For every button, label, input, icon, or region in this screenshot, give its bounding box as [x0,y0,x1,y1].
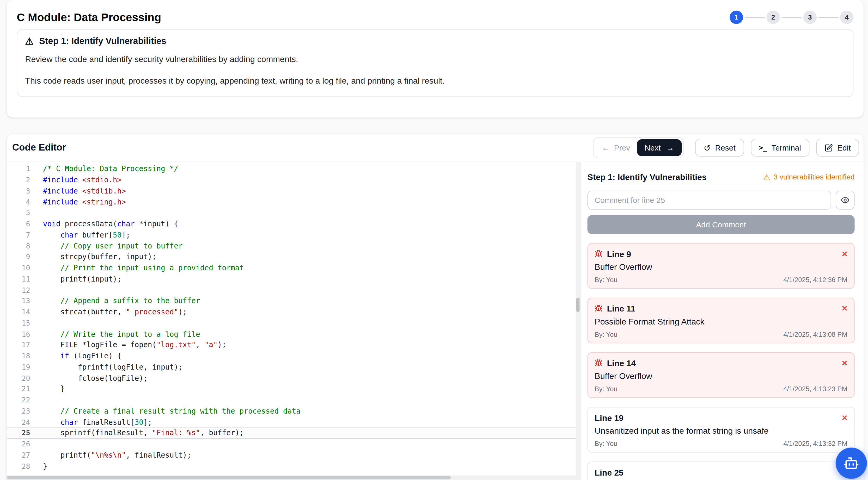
warning-icon: ⚠ [763,173,770,181]
code-text: // Append a suffix to the buffer [43,297,200,305]
line-number: 4 [7,198,30,206]
arrow-left-icon: ← [602,143,610,152]
line-number: 23 [7,407,30,415]
line-number: 3 [7,187,30,195]
code-line-22[interactable]: 22 [7,395,576,406]
line-number: 2 [7,175,30,184]
step-indicator-4[interactable]: 4 [840,11,854,24]
code-line-19[interactable]: 19 fprintf(logFile, input); [7,362,576,372]
code-line-5[interactable]: 5 [7,207,576,218]
comment-text: Buffer Overflow [595,371,847,382]
line-number: 18 [7,352,30,360]
code-line-3[interactable]: 3#include <stdlib.h> [7,185,576,196]
warning-triangle-icon: ⚠ [25,36,34,46]
code-text: printf(input); [43,275,122,283]
comment-timestamp: 4/1/2025, 4:13:23 PM [783,385,847,393]
line-number: 1 [7,165,30,173]
code-line-23[interactable]: 23 // Create a final result string with … [7,406,576,416]
comment-line-label: Line 14 [607,358,636,368]
line-number: 17 [7,341,30,349]
comment-author: By: You [595,385,617,393]
code-line-13[interactable]: 13 // Append a suffix to the buffer [7,295,576,306]
step-indicator-1[interactable]: 1 [730,11,743,24]
horizontal-scrollbar-thumb[interactable] [7,476,451,479]
code-text: } [43,385,65,393]
code-line-16[interactable]: 16 // Write the input to a log file [7,329,576,339]
edit-button[interactable]: Edit [816,139,859,157]
comment-list: Line 9×Buffer OverflowBy: You4/1/2025, 4… [588,243,855,480]
next-button[interactable]: Next → [637,139,682,156]
line-number: 15 [7,319,30,327]
code-line-21[interactable]: 21 } [7,383,576,394]
code-line-15[interactable]: 15 [7,317,576,329]
bug-icon [595,304,602,312]
comment-card: Line 9×Buffer OverflowBy: You4/1/2025, 4… [588,243,855,288]
code-line-2[interactable]: 2#include <stdio.h> [7,174,576,185]
page-title: C Module: Data Processing [17,11,161,24]
bug-icon [595,250,602,258]
code-line-28[interactable]: 28} [7,460,576,471]
vertical-scrollbar[interactable] [576,162,580,480]
step-connector [745,17,765,18]
code-text: #include <string.h> [43,198,126,206]
code-line-26[interactable]: 26 [7,439,576,449]
code-line-24[interactable]: 24 char finalResult[30]; [7,416,576,427]
horizontal-scrollbar[interactable] [7,476,576,480]
code-line-18[interactable]: 18 if (logFile) { [7,350,576,362]
comment-input[interactable] [588,191,831,210]
code-line-14[interactable]: 14 strcat(buffer, " processed"); [7,307,576,317]
add-comment-button[interactable]: Add Comment [588,215,855,234]
code-line-27[interactable]: 27 printf("\n%s\n", finalResult); [7,449,576,460]
editor-title: Code Editor [12,142,66,153]
code-line-12[interactable]: 12 [7,284,576,295]
comment-text: Unsanitized input as the format string i… [595,425,847,437]
line-number: 19 [7,363,30,371]
line-number: 25 [7,429,30,437]
code-line-8[interactable]: 8 // Copy user input to buffer [7,240,576,251]
step-indicator-3[interactable]: 3 [803,11,817,24]
eye-toggle-button[interactable] [836,191,855,210]
step-indicator-2[interactable]: 2 [766,11,780,24]
code-line-25[interactable]: 25 sprintf(finalResult, "Final: %s", buf… [7,427,576,438]
code-line-10[interactable]: 10 // Print the input using a provided f… [7,262,576,273]
code-editor[interactable]: 1/* C Module: Data Processing */2#includ… [7,162,576,480]
delete-comment-button[interactable]: × [842,249,847,259]
step-card-header: ⚠ Step 1: Identify Vulnerabilities [25,36,845,46]
code-text: // Create a final result string with the… [43,407,301,415]
delete-comment-button[interactable]: × [842,413,847,422]
code-text: char finalResult[30]; [43,418,152,426]
panel-header: Step 1: Identify Vulnerabilities ⚠ 3 vul… [588,172,855,181]
code-text: char buffer[50]; [43,231,130,239]
step-card-title: Step 1: Identify Vulnerabilities [39,36,166,46]
code-line-17[interactable]: 17 FILE *logFile = fopen("log.txt", "a")… [7,339,576,350]
code-text: void processData(char *input) { [43,219,178,228]
code-line-1[interactable]: 1/* C Module: Data Processing */ [7,163,576,174]
line-number: 11 [7,275,30,283]
code-line-7[interactable]: 7 char buffer[50]; [7,230,576,240]
code-line-4[interactable]: 4#include <string.h> [7,196,576,207]
code-text: if (logFile) { [43,352,122,360]
line-number: 12 [7,286,30,294]
prev-button[interactable]: ← Prev [595,140,637,156]
comment-text: Possible Format String Attack [595,316,847,327]
delete-comment-button[interactable]: × [842,303,847,313]
vertical-scrollbar-thumb[interactable] [576,298,580,312]
code-line-9[interactable]: 9 strcpy(buffer, input); [7,251,576,262]
panel-title: Step 1: Identify Vulnerabilities [588,172,707,181]
code-line-11[interactable]: 11 printf(input); [7,273,576,284]
reset-button-label: Reset [715,143,735,152]
delete-comment-button[interactable]: × [842,358,847,368]
code-line-20[interactable]: 20 fclose(logFile); [7,372,576,383]
terminal-button[interactable]: >_ Terminal [751,139,809,157]
eye-icon [841,196,849,204]
edit-button-label: Edit [837,143,851,152]
chatbot-button[interactable] [836,448,867,479]
reset-button[interactable]: ↺ Reset [695,139,744,157]
step-instructions-card: ⚠ Step 1: Identify Vulnerabilities Revie… [17,29,854,97]
code-text: // Print the input using a provided form… [43,264,244,272]
step-note: This code reads user input, processes it… [25,76,845,85]
step-connector [818,17,839,18]
bug-icon [595,359,602,367]
comment-line-label: Line 11 [607,303,635,313]
code-line-6[interactable]: 6void processData(char *input) { [7,218,576,229]
